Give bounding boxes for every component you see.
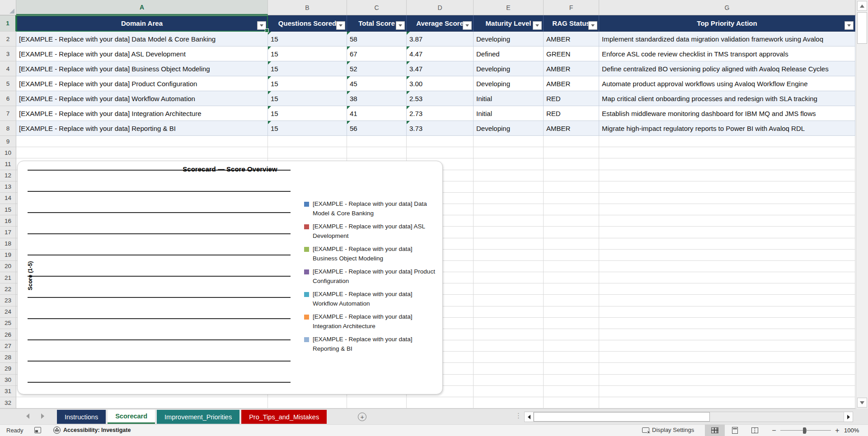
cell-F4[interactable]: AMBER	[544, 61, 599, 76]
row-header-25[interactable]: 25	[0, 318, 16, 329]
cell-C8[interactable]: 56	[347, 121, 407, 136]
row-header-4[interactable]: 4	[0, 61, 16, 76]
cell-C5[interactable]: 45	[347, 76, 407, 91]
next-sheet-arrow-icon[interactable]	[41, 413, 44, 419]
cell-D3[interactable]: 4.47	[407, 46, 474, 61]
cell-F13[interactable]	[544, 181, 599, 193]
cell-C6[interactable]: 38	[347, 91, 407, 106]
row-header-15[interactable]: 15	[0, 204, 16, 215]
cell-F25[interactable]	[544, 318, 599, 329]
cell-E26[interactable]	[474, 329, 544, 340]
cell-D10[interactable]	[407, 147, 474, 158]
cell-D9[interactable]	[407, 136, 474, 147]
cell-C10[interactable]	[347, 147, 407, 158]
cell-F14[interactable]	[544, 193, 599, 204]
cell-E27[interactable]	[474, 340, 544, 352]
page-layout-view-button[interactable]	[725, 425, 745, 436]
row-header-27[interactable]: 27	[0, 340, 16, 352]
display-settings-button[interactable]: Display Settings	[642, 427, 694, 433]
cell-G4[interactable]: Define centralized BO versioning policy …	[599, 61, 855, 76]
cell-F19[interactable]	[544, 250, 599, 261]
cell-G18[interactable]	[599, 238, 855, 250]
cell-F10[interactable]	[544, 147, 599, 158]
cell-E24[interactable]	[474, 306, 544, 318]
cell-E17[interactable]	[474, 227, 544, 238]
cell-D5[interactable]: 3.00	[407, 76, 474, 91]
sheet-tab-improvement_priorities[interactable]: Improvement_Priorities	[157, 410, 239, 424]
cell-E14[interactable]	[474, 193, 544, 204]
cell-F27[interactable]	[544, 340, 599, 352]
cell-F5[interactable]: AMBER	[544, 76, 599, 91]
vertical-scrollbar[interactable]	[856, 0, 868, 408]
zoom-slider-handle[interactable]	[803, 427, 806, 434]
cell-E13[interactable]	[474, 181, 544, 193]
row-header-8[interactable]: 8	[0, 121, 16, 136]
scroll-right-button[interactable]	[844, 412, 853, 422]
cell-G24[interactable]	[599, 306, 855, 318]
cell-B6[interactable]: 15	[268, 91, 347, 106]
cell-F6[interactable]: RED	[544, 91, 599, 106]
cell-C3[interactable]: 67	[347, 46, 407, 61]
cell-G32[interactable]	[599, 397, 855, 408]
cell-F28[interactable]	[544, 352, 599, 363]
cell-E10[interactable]	[474, 147, 544, 158]
cell-A8[interactable]: [EXAMPLE - Replace with your data] Repor…	[16, 121, 268, 136]
cell-C9[interactable]	[347, 136, 407, 147]
row-header-5[interactable]: 5	[0, 76, 16, 91]
row-header-10[interactable]: 10	[0, 147, 16, 158]
filter-button-D[interactable]	[463, 21, 472, 30]
cell-B10[interactable]	[268, 147, 347, 158]
cell-F8[interactable]: AMBER	[544, 121, 599, 136]
cell-F3[interactable]: GREEN	[544, 46, 599, 61]
zoom-slider-track[interactable]	[780, 430, 831, 431]
row-header-32[interactable]: 32	[0, 397, 16, 408]
cell-D4[interactable]: 3.47	[407, 61, 474, 76]
column-header-A[interactable]: A	[16, 0, 268, 15]
cell-A3[interactable]: [EXAMPLE - Replace with your data] ASL D…	[16, 46, 268, 61]
column-header-G[interactable]: G	[599, 0, 855, 15]
cell-D6[interactable]: 2.53	[407, 91, 474, 106]
cell-E7[interactable]: Initial	[474, 106, 544, 121]
cell-G16[interactable]	[599, 215, 855, 227]
scroll-left-button[interactable]	[525, 412, 534, 422]
row-header-26[interactable]: 26	[0, 329, 16, 340]
cell-E6[interactable]: Initial	[474, 91, 544, 106]
zoom-percentage[interactable]: 100%	[844, 427, 859, 434]
cell-E30[interactable]	[474, 375, 544, 386]
row-header-6[interactable]: 6	[0, 91, 16, 106]
select-all-corner[interactable]	[0, 0, 16, 15]
zoom-in-button[interactable]: +	[834, 427, 841, 435]
filter-button-B[interactable]	[336, 21, 345, 30]
cell-C7[interactable]: 41	[347, 106, 407, 121]
cell-B3[interactable]: 15	[268, 46, 347, 61]
cell-E29[interactable]	[474, 363, 544, 374]
cell-B4[interactable]: 15	[268, 61, 347, 76]
filter-button-G[interactable]	[845, 21, 854, 30]
cell-G9[interactable]	[599, 136, 855, 147]
cell-E11[interactable]	[474, 158, 544, 170]
cell-F30[interactable]	[544, 375, 599, 386]
cell-F31[interactable]	[544, 386, 599, 397]
row-header-12[interactable]: 12	[0, 170, 16, 181]
cell-G26[interactable]	[599, 329, 855, 340]
cell-B9[interactable]	[268, 136, 347, 147]
column-header-E[interactable]: E	[474, 0, 544, 15]
cell-B1[interactable]: Questions Scored	[268, 15, 347, 32]
cell-F26[interactable]	[544, 329, 599, 340]
cell-C32[interactable]	[347, 397, 407, 408]
row-header-30[interactable]: 30	[0, 375, 16, 386]
cell-F7[interactable]: RED	[544, 106, 599, 121]
cell-F1[interactable]: RAG Status	[544, 15, 599, 32]
cell-C4[interactable]: 52	[347, 61, 407, 76]
cell-G30[interactable]	[599, 375, 855, 386]
row-header-7[interactable]: 7	[0, 106, 16, 121]
cell-D1[interactable]: Average Score	[407, 15, 474, 32]
cell-G29[interactable]	[599, 363, 855, 374]
cell-G27[interactable]	[599, 340, 855, 352]
embedded-chart[interactable]: Scorecard — Score Overview Score (1-5) […	[17, 161, 443, 394]
cell-G21[interactable]	[599, 272, 855, 283]
page-break-view-button[interactable]	[745, 425, 765, 436]
cell-F32[interactable]	[544, 397, 599, 408]
cell-G8[interactable]: Migrate high-impact regulatory reports t…	[599, 121, 855, 136]
cell-E28[interactable]	[474, 352, 544, 363]
